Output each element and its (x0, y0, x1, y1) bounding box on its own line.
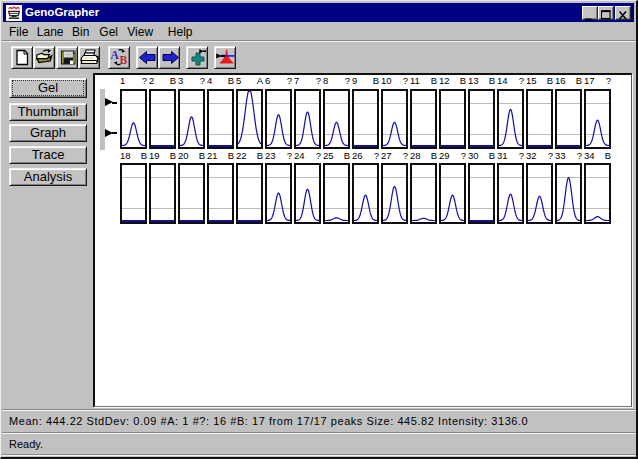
svg-text:A: A (111, 49, 120, 61)
svg-text:B: B (120, 54, 128, 66)
